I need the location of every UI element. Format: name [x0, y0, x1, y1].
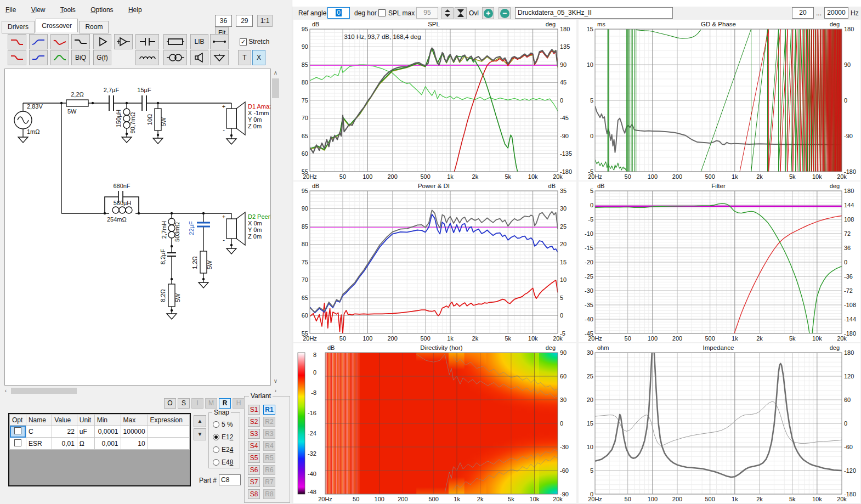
radio-icon[interactable] — [213, 446, 219, 453]
menu-options[interactable]: Options — [90, 6, 113, 14]
highshelf-block-button[interactable] — [29, 50, 48, 65]
stretch-checkbox[interactable]: ✓ — [240, 38, 247, 46]
snap-option-e12[interactable]: E12 — [213, 433, 233, 441]
min-cell[interactable]: 0,0001 — [94, 426, 121, 438]
chart-power-di[interactable]: Power & DIdBdB95908580757065605535302520… — [293, 182, 576, 342]
buffer-amp-button[interactable] — [114, 34, 133, 49]
scroll-right-icon[interactable]: › — [272, 388, 279, 394]
value-down-button[interactable]: ▼ — [194, 428, 206, 440]
max-cell[interactable]: 100000 — [121, 426, 148, 438]
shelf-block-button[interactable] — [71, 34, 90, 49]
menu-help[interactable]: Help — [128, 6, 142, 14]
chart-gd-phase[interactable]: GD & Phasemsdeg151050-5180900-90-18020Hz… — [579, 20, 860, 180]
biquad-button[interactable]: BiQ — [71, 50, 90, 65]
opt-checkbox[interactable] — [14, 427, 21, 434]
name-cell[interactable]: ESR — [26, 438, 52, 450]
min-cell[interactable]: 0,001 — [94, 438, 121, 450]
part-number-input[interactable]: C8 — [219, 474, 241, 485]
menu-tools[interactable]: Tools — [60, 6, 76, 14]
variant-s2-button[interactable]: S2 — [248, 417, 260, 427]
wire-button[interactable] — [210, 34, 229, 49]
text-tool-button[interactable]: T — [238, 50, 251, 65]
snap-option-e48[interactable]: E48 — [213, 458, 233, 466]
chart-filter-canvas[interactable]: FilterdBdeg50-5-10-15-20-25-30-35-40-451… — [579, 182, 860, 342]
mode-button-s[interactable]: S — [178, 398, 190, 409]
opt-cell[interactable] — [10, 426, 26, 438]
transformer-button[interactable] — [163, 50, 187, 65]
freq-max-input[interactable]: 20000 — [824, 7, 848, 19]
delete-tool-button[interactable]: X — [252, 50, 265, 65]
hscroll-thumb[interactable] — [11, 388, 77, 394]
variant-s3-button[interactable]: S3 — [248, 429, 260, 439]
value-cell[interactable]: 0,01 — [52, 438, 77, 450]
overlay-name-input[interactable]: Druckdatera_05_3KHz_II — [515, 7, 673, 19]
ref-angle-input[interactable]: 0 — [327, 7, 350, 19]
chart-power-canvas[interactable]: Power & DIdBdB95908580757065605535302520… — [293, 182, 576, 342]
chart-spl[interactable]: SPLdBdeg95908580757065605518013590450-45… — [293, 20, 576, 180]
tab-room[interactable]: Room — [79, 21, 109, 33]
table-row[interactable]: ESR0,01Ω0,00110 — [10, 438, 190, 450]
freq-min-input[interactable]: 20 — [792, 7, 814, 19]
variant-s1-button[interactable]: S1 — [248, 405, 260, 415]
chart-filter[interactable]: FilterdBdeg50-5-10-15-20-25-30-35-40-451… — [579, 182, 860, 342]
max-cell[interactable]: 10 — [121, 438, 148, 450]
mode-button-o[interactable]: O — [164, 398, 176, 409]
mode-button-r[interactable]: R — [219, 398, 231, 409]
lowpass-block-button[interactable] — [8, 34, 26, 49]
bandpass-block-button[interactable] — [50, 34, 69, 49]
inductor-button[interactable] — [135, 50, 159, 65]
radio-icon[interactable] — [213, 434, 219, 440]
menu-view[interactable]: View — [31, 6, 46, 14]
vscroll-thumb[interactable] — [272, 78, 279, 98]
peak-eq-block-button[interactable] — [50, 50, 69, 65]
spl-max-checkbox[interactable] — [378, 9, 386, 16]
name-cell[interactable]: C — [26, 426, 52, 438]
scroll-down-icon[interactable]: ∨ — [271, 378, 280, 384]
opt-checkbox[interactable] — [14, 439, 21, 446]
chart-directivity[interactable]: Directivity (hor)dBdeg9060300-30-60-9020… — [293, 343, 576, 503]
unit-cell[interactable]: Ω — [77, 438, 94, 450]
tab-drivers[interactable]: Drivers — [2, 21, 35, 33]
opt-cell[interactable] — [10, 438, 26, 450]
value-up-button[interactable]: ▲ — [194, 415, 206, 427]
radio-icon[interactable] — [213, 421, 219, 428]
radio-icon[interactable] — [213, 459, 219, 466]
autoscale-button[interactable] — [455, 7, 467, 19]
grid-width-input[interactable]: 36 — [215, 15, 232, 27]
stretch-option[interactable]: ✓ Stretch — [240, 38, 269, 46]
chart-imp-canvas[interactable]: Impedanceohmdeg302520151050180120600-60-… — [579, 343, 860, 503]
spl-max-spinner[interactable] — [441, 7, 454, 19]
schematic-vscrollbar[interactable]: ∧ ∨ — [271, 69, 280, 386]
unit-cell[interactable]: uF — [77, 426, 94, 438]
scroll-left-icon[interactable]: ‹ — [2, 388, 9, 394]
tab-crossover[interactable]: Crossover — [36, 19, 78, 32]
variant-s8-button[interactable]: S8 — [248, 489, 260, 499]
chart-gd-canvas[interactable]: GD & Phasemsdeg151050-5180900-90-18020Hz… — [579, 20, 860, 180]
overlay-add-button[interactable]: + — [482, 7, 494, 19]
parameter-grid[interactable]: OptNameValueUnitMinMaxExpressionC22uF0,0… — [9, 414, 190, 450]
variant-s6-button[interactable]: S6 — [248, 465, 260, 475]
variant-s4-button[interactable]: S4 — [248, 441, 260, 451]
schematic-hscrollbar[interactable]: ‹ › — [1, 387, 280, 395]
speaker-button[interactable] — [190, 50, 208, 65]
variant-r1-button[interactable]: R1 — [263, 405, 275, 415]
menu-file[interactable]: File — [5, 6, 16, 14]
value-cell[interactable]: 22 — [52, 426, 77, 438]
gain-function-button[interactable]: G(f) — [93, 50, 111, 65]
amplifier-button[interactable] — [93, 34, 111, 49]
spl-max-input[interactable]: 95 — [416, 7, 438, 19]
component-parameter-table[interactable]: OptNameValueUnitMinMaxExpressionC22uF0,0… — [8, 413, 191, 486]
resistor-button[interactable] — [163, 34, 187, 49]
ground-button[interactable] — [210, 50, 229, 65]
capacitor-button[interactable] — [135, 34, 159, 49]
variant-s7-button[interactable]: S7 — [248, 477, 260, 487]
snap-option-e24[interactable]: E24 — [213, 446, 233, 454]
grid-height-input[interactable]: 29 — [236, 15, 253, 27]
chart-dir-canvas[interactable]: Directivity (hor)dBdeg9060300-30-60-9020… — [293, 343, 576, 503]
schematic-canvas[interactable]: 2,83V 1mΩ 2,2Ω 5W 2,7µF 150µH 90,7mΩ 15µ… — [4, 69, 271, 386]
expression-cell[interactable] — [148, 438, 189, 450]
chart-spl-canvas[interactable]: SPLdBdeg95908580757065605518013590450-45… — [293, 20, 576, 180]
library-button[interactable]: LIB — [190, 34, 208, 49]
chart-impedance[interactable]: Impedanceohmdeg302520151050180120600-60-… — [579, 343, 860, 503]
table-row[interactable]: C22uF0,0001100000 — [10, 426, 190, 438]
